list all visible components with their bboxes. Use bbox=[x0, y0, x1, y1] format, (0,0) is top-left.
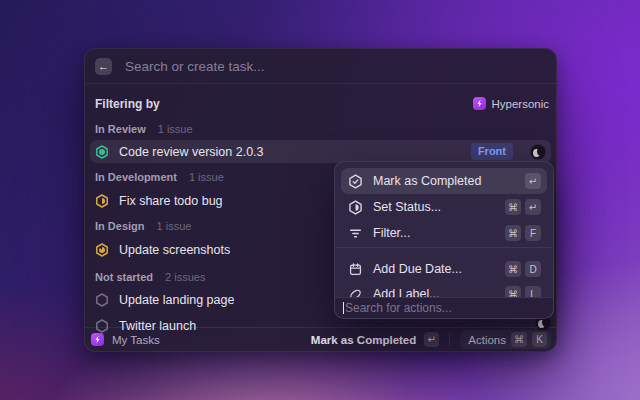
actions-menu: Mark as Completed ↵ Set Status... ⌘ ↵ Fi… bbox=[334, 161, 554, 319]
workspace-name[interactable]: My Tasks bbox=[112, 334, 160, 346]
section-count: 2 issues bbox=[165, 271, 205, 283]
filtering-label: Filtering by bbox=[95, 97, 160, 111]
return-key: ↵ bbox=[525, 199, 541, 215]
cmd-key: ⌘ bbox=[511, 332, 527, 347]
section-header-in-development: In Development 1 issue bbox=[95, 171, 224, 184]
calendar-icon bbox=[348, 262, 363, 277]
menu-divider bbox=[335, 247, 553, 248]
task-title: Fix share todo bug bbox=[119, 194, 223, 208]
app-name: Hypersonic bbox=[491, 98, 549, 110]
menu-item-label: Filter... bbox=[373, 226, 411, 240]
menu-item-add-due-date[interactable]: Add Due Date... ⌘ D bbox=[341, 256, 547, 282]
menu-item-label: Add Due Date... bbox=[373, 262, 462, 276]
command-palette-window: ← Search or create task... Filtering by … bbox=[84, 48, 557, 352]
k-key: K bbox=[532, 332, 547, 347]
actions-button[interactable]: Actions ⌘ K bbox=[460, 330, 551, 349]
task-title: Update screenshots bbox=[119, 243, 230, 257]
hypersonic-logo-icon bbox=[91, 333, 104, 346]
section-label: In Review bbox=[95, 123, 146, 135]
menu-item-filter[interactable]: Filter... ⌘ F bbox=[341, 220, 547, 246]
filtering-header: Filtering by Hypersonic bbox=[95, 96, 549, 111]
status-not-started-icon bbox=[95, 293, 109, 307]
check-hexagon-icon bbox=[348, 174, 363, 189]
menu-item-label: Set Status... bbox=[373, 200, 441, 214]
actions-label: Actions bbox=[468, 334, 506, 346]
footer-divider bbox=[449, 333, 450, 346]
hypersonic-logo-icon bbox=[473, 97, 486, 110]
actions-search-input[interactable]: Search for actions... bbox=[345, 301, 452, 315]
task-row-code-review[interactable]: Code review version 2.0.3 Front bbox=[90, 140, 551, 163]
status-hexagon-icon bbox=[348, 200, 363, 215]
cmd-key: ⌘ bbox=[505, 225, 521, 241]
assignee-avatar[interactable] bbox=[531, 145, 545, 159]
section-header-in-review: In Review 1 issue bbox=[95, 123, 193, 136]
return-key: ↵ bbox=[525, 173, 541, 189]
section-label: In Design bbox=[95, 220, 145, 232]
search-input[interactable]: Search or create task... bbox=[125, 59, 265, 74]
front-tag[interactable]: Front bbox=[471, 143, 513, 160]
status-in-review-icon bbox=[95, 145, 109, 159]
status-in-design-icon bbox=[95, 243, 109, 257]
arrow-left-icon: ← bbox=[98, 61, 109, 72]
desktop-background: ← Search or create task... Filtering by … bbox=[0, 0, 640, 400]
section-header-in-design: In Design 1 issue bbox=[95, 220, 191, 233]
text-cursor bbox=[343, 302, 344, 314]
section-count: 1 issue bbox=[157, 220, 192, 232]
back-button[interactable]: ← bbox=[95, 58, 112, 75]
section-header-not-started: Not started 2 issues bbox=[95, 271, 205, 284]
app-badge: Hypersonic bbox=[473, 97, 549, 110]
cmd-key: ⌘ bbox=[505, 199, 521, 215]
d-key: D bbox=[525, 261, 541, 277]
status-in-development-icon bbox=[95, 194, 109, 208]
menu-item-mark-completed[interactable]: Mark as Completed ↵ bbox=[341, 168, 547, 194]
section-label: Not started bbox=[95, 271, 153, 283]
section-count: 1 issue bbox=[189, 171, 224, 183]
f-key: F bbox=[525, 225, 541, 241]
footer-bar: My Tasks Mark as Completed ↵ Actions ⌘ K bbox=[85, 327, 556, 351]
task-title: Update landing page bbox=[119, 293, 234, 307]
task-title: Code review version 2.0.3 bbox=[119, 145, 264, 159]
search-bar: ← Search or create task... bbox=[85, 49, 556, 84]
menu-item-set-status[interactable]: Set Status... ⌘ ↵ bbox=[341, 194, 547, 220]
section-label: In Development bbox=[95, 171, 177, 183]
primary-action-label[interactable]: Mark as Completed bbox=[311, 334, 416, 346]
section-count: 1 issue bbox=[158, 123, 193, 135]
actions-search-bar[interactable]: Search for actions... bbox=[335, 297, 553, 318]
filter-icon bbox=[348, 226, 363, 241]
cmd-key: ⌘ bbox=[505, 261, 521, 277]
menu-item-label: Mark as Completed bbox=[373, 174, 481, 188]
return-key: ↵ bbox=[424, 332, 439, 347]
